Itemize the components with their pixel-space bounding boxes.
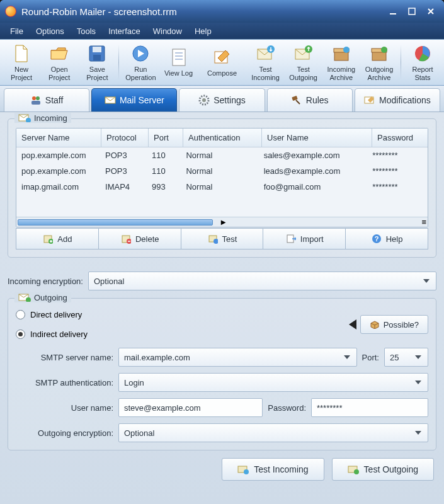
- cell-password: ********: [367, 147, 420, 163]
- cell-auth: Normal: [181, 163, 258, 179]
- cell-user: sales@example.com: [259, 147, 367, 163]
- scroll-right-icon[interactable]: ►: [219, 218, 228, 227]
- user-name-input[interactable]: [118, 398, 263, 417]
- menu-file[interactable]: File: [4, 23, 30, 39]
- direct-delivery-radio[interactable]: [16, 310, 25, 319]
- help-icon: ?: [371, 233, 382, 244]
- toolbar-test-incoming[interactable]: Test Incoming: [246, 41, 284, 84]
- menu-tools[interactable]: Tools: [71, 23, 102, 39]
- toolbar-outgoing-archive[interactable]: Outgoing Archive: [360, 41, 398, 84]
- tab-settings[interactable]: Settings: [179, 88, 265, 112]
- incoming-title-wrap: Incoming: [14, 113, 71, 123]
- port-label: Port:: [362, 353, 379, 362]
- outgoing-encryption-select[interactable]: Optional: [118, 423, 428, 442]
- app-icon: [5, 6, 16, 17]
- content: Incoming Server Name Protocol Port Authe…: [0, 112, 444, 504]
- menu-help[interactable]: Help: [188, 23, 218, 39]
- port-select[interactable]: 25: [384, 348, 428, 367]
- indirect-delivery-radio-row[interactable]: Indirect delivery: [16, 329, 88, 339]
- outgoing-title: Outgoing: [34, 293, 67, 302]
- col-port[interactable]: Port: [149, 129, 183, 147]
- menu-interface[interactable]: Interface: [102, 23, 147, 39]
- toolbar-compose[interactable]: Compose: [203, 41, 241, 84]
- test-in-icon: [256, 43, 276, 64]
- table-row[interactable]: pop.example.com POP3 110 Normal sales@ex…: [16, 147, 420, 163]
- test-outgoing-button[interactable]: Test Outgoing: [332, 458, 434, 481]
- run-icon: [130, 43, 151, 64]
- possible-button[interactable]: Possible?: [360, 315, 428, 334]
- table-menu-icon[interactable]: ≡: [421, 217, 426, 227]
- svg-rect-28: [292, 96, 298, 101]
- table-row[interactable]: pop.example.com POP3 110 Normal leads@ex…: [16, 163, 420, 179]
- test-out-icon: [293, 43, 314, 64]
- maximize-button[interactable]: [404, 5, 420, 18]
- tab-rules[interactable]: Rules: [267, 88, 353, 112]
- test-button[interactable]: Test: [181, 228, 264, 249]
- help-button[interactable]: ? Help: [346, 228, 428, 249]
- direct-delivery-radio-row[interactable]: Direct delivery: [16, 310, 88, 319]
- tab-modifications[interactable]: Modifications: [355, 88, 440, 112]
- outgoing-icon: [18, 292, 31, 302]
- minimize-button[interactable]: [385, 5, 401, 18]
- outgoing-title-wrap: Outgoing: [14, 292, 71, 302]
- toolbar-save-project[interactable]: Save Project: [78, 41, 116, 84]
- cell-auth: Normal: [181, 179, 258, 195]
- toolbar-run-operation[interactable]: Run Operation: [122, 41, 159, 84]
- table-row[interactable]: imap.gmail.com IMAP4 993 Normal foo@gmai…: [16, 179, 420, 195]
- cell-server: pop.example.com: [16, 147, 100, 163]
- import-button[interactable]: Import: [263, 228, 346, 249]
- delete-button[interactable]: Delete: [99, 228, 181, 249]
- col-password[interactable]: Password: [372, 129, 428, 147]
- cell-port: 993: [147, 179, 181, 195]
- cell-password: ********: [367, 179, 420, 195]
- svg-rect-3: [93, 47, 101, 52]
- password-input[interactable]: [311, 398, 428, 417]
- svg-rect-1: [409, 8, 415, 14]
- col-user-name[interactable]: User Name: [262, 129, 372, 147]
- col-server-name[interactable]: Server Name: [16, 129, 101, 147]
- table-body[interactable]: pop.example.com POP3 110 Normal sales@ex…: [16, 147, 428, 217]
- menu-window[interactable]: Window: [147, 23, 188, 39]
- incoming-encryption-select[interactable]: Optional: [88, 272, 436, 290]
- button-label: Help: [386, 234, 403, 244]
- incoming-table: Server Name Protocol Port Authentication…: [16, 128, 428, 227]
- piechart-icon: [413, 43, 433, 64]
- gear-icon: [198, 94, 210, 106]
- toolbar-new-project[interactable]: New Project: [3, 41, 40, 84]
- test-icon: [207, 233, 219, 244]
- close-button[interactable]: [423, 5, 439, 18]
- toolbar-view-log[interactable]: View Log: [159, 41, 197, 84]
- toolbar-incoming-archive[interactable]: Incoming Archive: [322, 41, 360, 84]
- col-protocol[interactable]: Protocol: [101, 129, 149, 147]
- svg-point-22: [32, 96, 36, 100]
- incoming-encryption-row: Incoming encryption: Optional: [8, 272, 436, 290]
- scroll-thumb[interactable]: [18, 219, 213, 226]
- test-in-icon: [237, 464, 249, 474]
- svg-rect-4: [93, 55, 101, 60]
- menubar: File Options Tools Interface Window Help: [0, 23, 444, 39]
- test-incoming-button[interactable]: Test Incoming: [222, 458, 324, 481]
- smtp-server-select[interactable]: mail.example.com: [118, 348, 357, 367]
- outgoing-encryption-label: Outgoing encryption:: [16, 428, 113, 438]
- tab-staff[interactable]: Staff: [4, 88, 89, 112]
- toolbar-test-outgoing[interactable]: Test Outgoing: [285, 41, 322, 84]
- toolbar-open-project[interactable]: Open Project: [40, 41, 78, 84]
- indirect-delivery-radio[interactable]: [16, 329, 25, 339]
- window-title: Round-Robin Mailer - screenshot.rrm: [21, 6, 382, 17]
- menu-options[interactable]: Options: [30, 23, 71, 39]
- smtp-auth-row: SMTP authentication: Login: [16, 373, 428, 392]
- test-out-icon: [348, 464, 359, 474]
- add-button[interactable]: Add: [16, 228, 99, 249]
- button-label: Add: [57, 234, 72, 244]
- cell-server: pop.example.com: [16, 163, 100, 179]
- h-scrollbar[interactable]: ◄ ► ≡: [16, 217, 428, 227]
- col-authentication[interactable]: Authentication: [183, 129, 262, 147]
- smtp-auth-select[interactable]: Login: [118, 373, 428, 392]
- tab-label: Modifications: [379, 95, 431, 105]
- cell-password: ********: [367, 163, 420, 179]
- package-icon: [370, 320, 380, 329]
- delete-icon: [120, 233, 132, 244]
- tab-mail-server[interactable]: Mail Server: [91, 88, 177, 112]
- toolbar-report-stats[interactable]: Report Stats: [404, 41, 441, 84]
- smtp-server-row: SMTP server name: mail.example.com Port:…: [16, 348, 428, 367]
